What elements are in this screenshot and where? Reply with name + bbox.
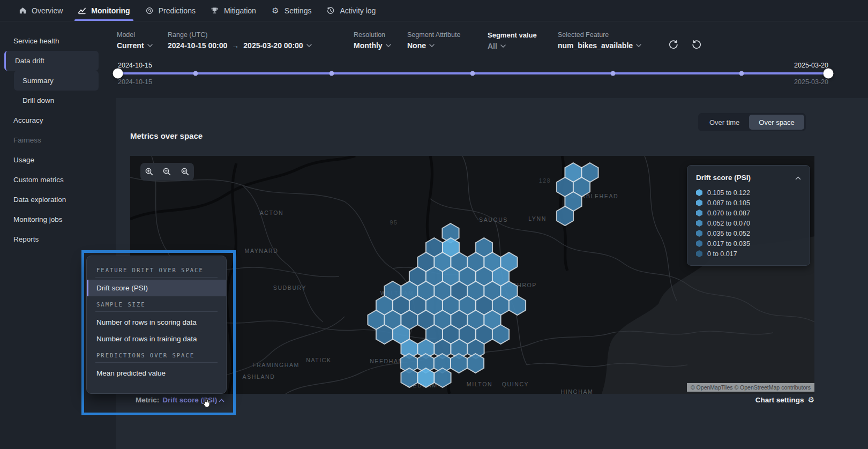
chevron-down-icon: [386, 44, 391, 47]
menu-item-rows-scoring[interactable]: Number of rows in scoring data: [87, 314, 226, 331]
legend-swatch: [696, 209, 702, 216]
refresh-icon[interactable]: [669, 40, 678, 49]
nav-item-label: Overview: [32, 6, 63, 15]
metric-dropdown-menu: FEATURE DRIFT OVER SPACE Drift score (PS…: [86, 256, 227, 394]
timeline-tick[interactable]: [611, 71, 616, 76]
legend-header[interactable]: Drift score (PSI): [696, 173, 801, 182]
range-end: 2025-03-20 00:00: [243, 41, 303, 50]
controls-bar: Model Current Range (UTC) 2024-10-15 00:…: [116, 31, 868, 58]
sidebar-item-monitoring-jobs[interactable]: Monitoring jobs: [0, 209, 116, 229]
dropdown-section-header: FEATURE DRIFT OVER SPACE: [96, 267, 216, 273]
dropdown-section-header: PREDICTIONS OVER SPACE: [96, 352, 216, 358]
hex-cell[interactable]: [451, 354, 467, 373]
legend-swatch: [696, 220, 702, 227]
history-icon: [326, 6, 335, 15]
chart-icon: [78, 6, 86, 15]
range-start: 2024-10-15 00:00: [168, 41, 227, 50]
menu-item-mean-predicted[interactable]: Mean predicted value: [87, 365, 226, 381]
view-toggle: Over time Over space: [698, 113, 806, 131]
sidebar-item-summary[interactable]: Summary: [14, 71, 99, 91]
legend-item: 0.070 to 0.087: [696, 208, 801, 218]
sidebar-item-data-drift[interactable]: Data drift: [4, 51, 99, 71]
hex-cell[interactable]: [467, 354, 484, 373]
sidebar-item-accuracy[interactable]: Accuracy: [0, 110, 116, 130]
legend-swatch: [696, 250, 702, 257]
nav-item-monitoring[interactable]: Monitoring: [70, 0, 137, 21]
segment-value-dropdown[interactable]: All: [488, 42, 537, 50]
metric-dropdown-trigger[interactable]: Drift score (PSI): [162, 396, 225, 404]
timeline-tick[interactable]: [739, 71, 744, 76]
slider-end-label: 2025-03-20: [721, 62, 828, 69]
selected-feature-dropdown[interactable]: num_bikes_available: [558, 41, 641, 50]
hex-cell[interactable]: [492, 325, 509, 344]
chevron-down-icon: [306, 44, 312, 47]
model-dropdown[interactable]: Current: [117, 41, 153, 50]
sidebar-item-drill-down[interactable]: Drill down: [0, 91, 116, 110]
nav-item-label: Predictions: [159, 6, 196, 15]
timeline-tick[interactable]: [470, 71, 475, 76]
metric-selector-bar: Metric: Drift score (PSI): [136, 393, 225, 407]
hex-cell[interactable]: [417, 368, 434, 387]
home-icon: [18, 6, 27, 15]
sidebar-item-data-exploration[interactable]: Data exploration: [0, 190, 116, 209]
toggle-over-space[interactable]: Over space: [749, 115, 804, 130]
hex-cell[interactable]: [401, 368, 417, 387]
slider-handle-end[interactable]: [824, 69, 834, 79]
zoom-reset-icon[interactable]: [181, 167, 190, 176]
trophy-icon: [211, 6, 219, 15]
zoom-in-icon[interactable]: [145, 167, 154, 176]
main-panel: Over time Over space Metrics over space: [116, 98, 868, 449]
segment-attribute-dropdown[interactable]: None: [407, 41, 460, 50]
nav-item-activity-log[interactable]: Activity log: [319, 0, 383, 21]
nav-item-label: Mitigation: [224, 6, 256, 15]
sidebar-item-usage[interactable]: Usage: [0, 150, 116, 170]
page-title: Metrics over space: [130, 131, 203, 140]
hex-cell[interactable]: [557, 206, 573, 226]
hex-cell[interactable]: [509, 296, 526, 315]
menu-item-rows-training[interactable]: Number of rows in training data: [87, 331, 226, 347]
divider: [95, 362, 218, 363]
hex-cell[interactable]: [434, 368, 451, 387]
legend-item: 0 to 0.017: [696, 249, 801, 259]
nav-item-label: Settings: [285, 6, 312, 15]
nav-item-label: Monitoring: [91, 6, 130, 15]
nav-item-label: Activity log: [340, 6, 376, 15]
chart-settings-button[interactable]: Chart settings ⚙: [755, 393, 814, 407]
hex-cell[interactable]: [376, 325, 393, 344]
timeline-tick[interactable]: [193, 71, 198, 76]
legend-swatch: [696, 240, 702, 247]
timeline-track[interactable]: [118, 72, 828, 74]
slider-handle-start[interactable]: [113, 69, 123, 79]
nav-item-mitigation[interactable]: Mitigation: [203, 0, 264, 21]
timeline-tick[interactable]: [330, 71, 334, 76]
map-zoom-toolbar: [140, 163, 194, 181]
predictions-icon: [145, 6, 154, 15]
segment-value-selector: Segment value All: [488, 31, 537, 50]
chevron-up-icon: [795, 173, 801, 182]
sidebar-item-custom-metrics[interactable]: Custom metrics: [0, 170, 116, 190]
menu-item-drift-score[interactable]: Drift score (PSI): [87, 280, 226, 296]
chevron-down-icon: [147, 44, 153, 47]
nav-item-predictions[interactable]: Predictions: [138, 0, 203, 21]
legend-swatch: [696, 189, 702, 196]
toggle-over-time[interactable]: Over time: [700, 115, 749, 130]
map-canvas[interactable]: ACTONMAYNARDSUDBURYWALTHAMFRAMINGHAMNATI…: [130, 156, 814, 394]
nav-item-settings[interactable]: ⚙ Settings: [264, 0, 319, 21]
legend-item: 0.035 to 0.052: [696, 228, 801, 238]
sidebar-item-service-health[interactable]: Service health: [0, 31, 116, 51]
segment-attribute-selector: Segment Attribute None: [407, 31, 460, 50]
map-attribution[interactable]: © OpenMapTiles © OpenStreetMap contribut…: [687, 383, 814, 392]
restore-icon[interactable]: [692, 40, 701, 49]
chevron-up-icon: [219, 396, 225, 404]
map-legend: Drift score (PSI) 0.105 to 0.122 0.087 t…: [687, 165, 810, 266]
range-selector: Range (UTC) 2024-10-15 00:00 → 2025-03-2…: [168, 31, 312, 50]
chevron-down-icon: [636, 44, 641, 47]
slider-start-sublabel: 2024-10-15: [118, 78, 152, 86]
nav-item-overview[interactable]: Overview: [11, 0, 70, 21]
legend-item: 0.087 to 0.105: [696, 198, 801, 208]
resolution-dropdown[interactable]: Monthly: [354, 41, 391, 50]
range-dropdown[interactable]: 2024-10-15 00:00 → 2025-03-20 00:00: [168, 41, 312, 50]
legend-item: 0.017 to 0.035: [696, 238, 801, 249]
zoom-out-icon[interactable]: [162, 167, 171, 176]
sidebar-item-reports[interactable]: Reports: [0, 229, 116, 249]
